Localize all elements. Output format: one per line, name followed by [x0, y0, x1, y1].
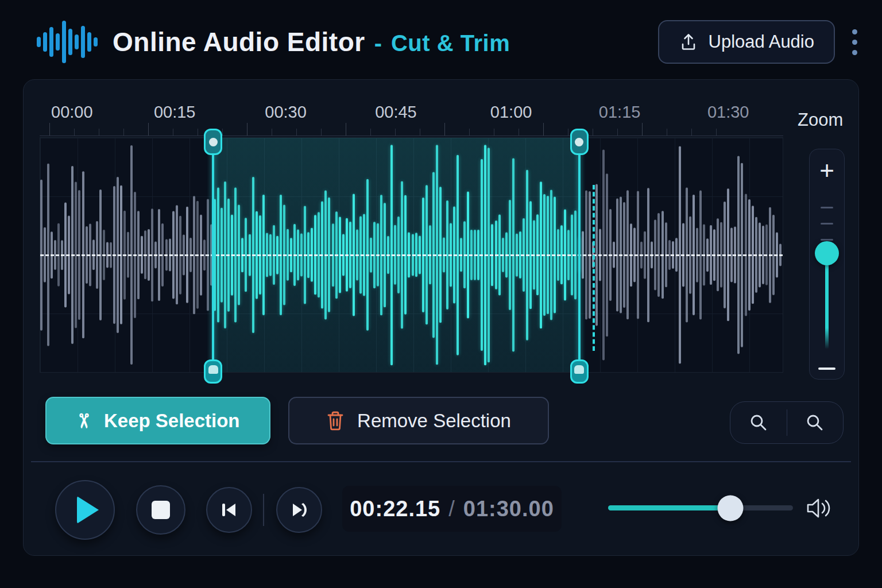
upload-button-label: Upload Audio — [709, 32, 814, 52]
current-time: 00:22.15 — [350, 497, 440, 521]
magnifier-icon — [805, 413, 825, 432]
transport-divider — [263, 494, 264, 526]
app-title: Online Audio Editor — [113, 26, 365, 57]
selection-start-line — [212, 134, 214, 376]
time-separator: / — [448, 497, 455, 521]
selection-start-bottom-handle[interactable] — [204, 359, 222, 384]
skip-back-icon — [219, 500, 239, 520]
upload-icon — [679, 32, 698, 52]
app-subtitle: Cut & Trim — [391, 30, 510, 56]
volume-knob[interactable] — [717, 495, 743, 521]
waveform-centerline — [40, 254, 783, 256]
title-separator: - — [374, 30, 382, 56]
ruler-label: 01:30 — [707, 103, 749, 122]
magnify-out-button[interactable] — [787, 402, 844, 443]
zoom-tick — [821, 207, 833, 208]
stop-button[interactable] — [136, 485, 185, 535]
trash-icon — [326, 411, 345, 431]
volume-fill — [608, 505, 730, 510]
zoom-tick — [821, 239, 833, 241]
scissors-icon: ✂ — [75, 412, 94, 429]
zoom-in-button[interactable]: + — [810, 156, 844, 185]
skip-forward-button[interactable] — [276, 487, 322, 533]
volume-slider[interactable] — [608, 505, 793, 510]
selection-end-top-handle[interactable] — [570, 129, 589, 155]
magnify-in-button[interactable] — [730, 402, 787, 443]
ruler-label: 00:15 — [154, 103, 196, 122]
keep-selection-button[interactable]: ✂ Keep Selection — [45, 397, 270, 444]
skip-forward-icon — [289, 500, 310, 520]
time-display: 00:22.15 / 01:30.00 — [342, 486, 562, 532]
waveform-canvas[interactable] — [40, 137, 783, 373]
ruler-label: 01:15 — [599, 103, 641, 122]
remove-selection-button[interactable]: Remove Selection — [288, 397, 549, 444]
ruler-label: 01:00 — [490, 103, 532, 122]
upload-audio-button[interactable]: Upload Audio — [658, 20, 835, 64]
total-time: 01:30.00 — [463, 497, 554, 521]
speaker-icon[interactable] — [803, 494, 833, 522]
waveform-logo-icon — [37, 17, 98, 67]
ruler-label: 00:45 — [375, 103, 417, 122]
stop-icon — [152, 501, 170, 519]
editor-panel: 00:0000:1500:3000:4501:0001:1501:30 Zoom… — [23, 79, 859, 556]
zoom-out-button[interactable] — [810, 368, 844, 370]
zoom-slider-track — [825, 264, 829, 349]
ruler-label: 00:00 — [51, 103, 93, 122]
play-icon — [77, 496, 99, 524]
skip-back-button[interactable] — [206, 487, 252, 533]
ruler-label: 00:30 — [265, 103, 307, 122]
page-title: Online Audio Editor - Cut & Trim — [113, 26, 510, 57]
selection-end-bottom-handle[interactable] — [570, 359, 589, 384]
remove-selection-label: Remove Selection — [357, 410, 511, 432]
timeline-ticks — [40, 122, 783, 136]
zoom-tick — [821, 223, 833, 225]
selection-start-top-handle[interactable] — [204, 129, 222, 155]
magnify-button-group — [730, 401, 844, 444]
magnifier-icon — [749, 413, 768, 432]
zoom-label: Zoom — [798, 110, 843, 130]
keep-selection-label: Keep Selection — [104, 410, 240, 432]
overflow-menu-button[interactable] — [843, 20, 866, 64]
section-divider — [31, 461, 851, 462]
selection-end-line — [578, 134, 581, 376]
play-button[interactable] — [55, 480, 115, 540]
zoom-slider-knob[interactable] — [815, 241, 839, 265]
zoom-slider[interactable]: + — [809, 149, 845, 380]
playhead-marker[interactable] — [593, 185, 595, 351]
app-header: Online Audio Editor - Cut & Trim Upload … — [37, 16, 866, 68]
